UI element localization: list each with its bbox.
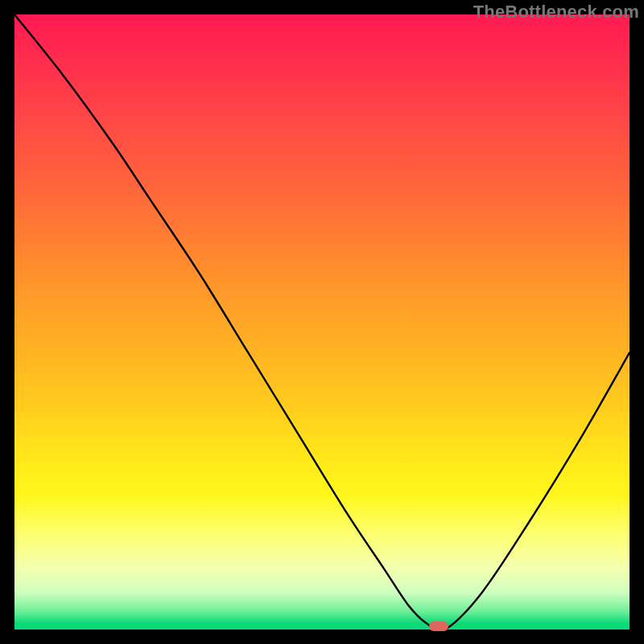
- watermark-text: TheBottleneck.com: [473, 2, 639, 23]
- curve-path: [14, 14, 630, 630]
- chart-frame: TheBottleneck.com: [0, 0, 644, 644]
- optimum-marker: [429, 621, 448, 631]
- bottleneck-curve: [14, 14, 630, 630]
- plot-area: [14, 14, 630, 630]
